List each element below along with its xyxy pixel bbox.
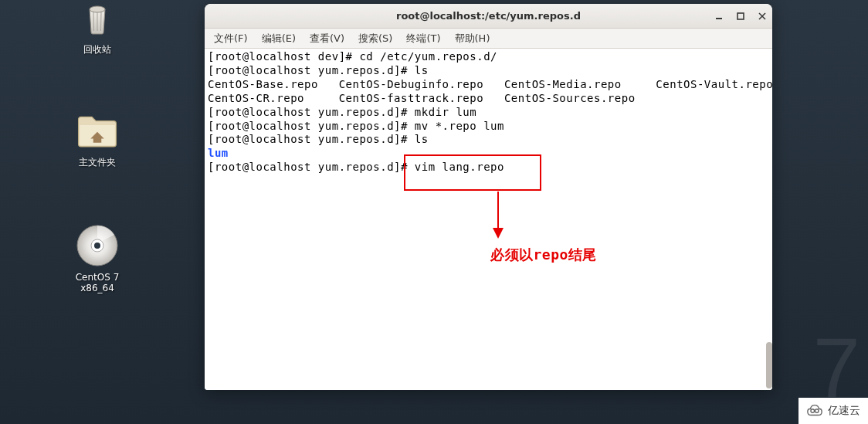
terminal-line: [root@localhost yum.repos.d]# ls bbox=[208, 133, 769, 147]
terminal-line: CentOS-CR.repo CentOS-fasttrack.repo Cen… bbox=[208, 92, 769, 106]
minimize-button[interactable] bbox=[714, 11, 724, 22]
terminal-line: [root@localhost dev]# cd /etc/yum.repos.… bbox=[208, 50, 769, 64]
window-titlebar[interactable]: root@localhost:/etc/yum.repos.d bbox=[205, 4, 772, 29]
desktop-icon-trash[interactable]: 回收站 bbox=[59, 0, 136, 56]
svg-rect-10 bbox=[737, 13, 744, 19]
provider-watermark: 亿速云 bbox=[798, 398, 868, 424]
desktop-icon-label: 回收站 bbox=[83, 43, 111, 56]
window-title: root@localhost:/etc/yum.repos.d bbox=[396, 10, 581, 22]
maximize-button[interactable] bbox=[735, 11, 746, 22]
desktop-icon-label: CentOS 7 x86_64 bbox=[59, 272, 136, 293]
disc-icon bbox=[76, 224, 119, 267]
desktop-icon-disc[interactable]: CentOS 7 x86_64 bbox=[59, 224, 136, 293]
svg-marker-14 bbox=[493, 228, 504, 239]
menubar: 文件(F) 编辑(E) 查看(V) 搜索(S) 终端(T) 帮助(H) bbox=[205, 29, 772, 49]
desktop-icon-label: 主文件夹 bbox=[79, 156, 116, 169]
trash-icon bbox=[76, 0, 119, 39]
terminal-line: CentOS-Base.repo CentOS-Debuginfo.repo C… bbox=[208, 78, 769, 92]
menu-help[interactable]: 帮助(H) bbox=[449, 30, 497, 47]
close-button[interactable] bbox=[757, 11, 768, 22]
scrollbar-thumb[interactable] bbox=[766, 342, 772, 388]
svg-point-7 bbox=[811, 409, 815, 413]
svg-line-1 bbox=[93, 12, 94, 31]
svg-point-6 bbox=[94, 243, 100, 249]
watermark-text: 亿速云 bbox=[828, 404, 860, 418]
terminal-line: [root@localhost yum.repos.d]# mkdir lum bbox=[208, 106, 769, 120]
maximize-icon bbox=[737, 12, 744, 20]
svg-line-3 bbox=[101, 12, 102, 31]
cloud-icon bbox=[806, 402, 823, 419]
terminal-line: [root@localhost yum.repos.d]# vim lang.r… bbox=[208, 161, 769, 175]
terminal-line-dir: lum bbox=[208, 147, 769, 161]
minimize-icon bbox=[715, 12, 723, 20]
menu-search[interactable]: 搜索(S) bbox=[352, 30, 398, 47]
menu-terminal[interactable]: 终端(T) bbox=[400, 30, 446, 47]
menu-file[interactable]: 文件(F) bbox=[208, 30, 254, 47]
menu-edit[interactable]: 编辑(E) bbox=[256, 30, 302, 47]
terminal-area[interactable]: [root@localhost dev]# cd /etc/yum.repos.… bbox=[205, 49, 772, 390]
desktop-icon-home[interactable]: 主文件夹 bbox=[59, 108, 136, 169]
close-icon bbox=[758, 12, 766, 20]
svg-point-8 bbox=[815, 409, 819, 413]
annotation-label: 必须以repo结尾 bbox=[490, 246, 597, 263]
terminal-line: [root@localhost yum.repos.d]# mv *.repo … bbox=[208, 120, 769, 134]
menu-view[interactable]: 查看(V) bbox=[303, 30, 351, 47]
terminal-window: root@localhost:/etc/yum.repos.d 文件(F) 编辑… bbox=[205, 4, 772, 390]
terminal-line: [root@localhost yum.repos.d]# ls bbox=[208, 64, 769, 78]
svg-point-0 bbox=[90, 6, 105, 12]
folder-home-icon bbox=[76, 108, 119, 151]
annotation-arrow bbox=[487, 189, 510, 243]
